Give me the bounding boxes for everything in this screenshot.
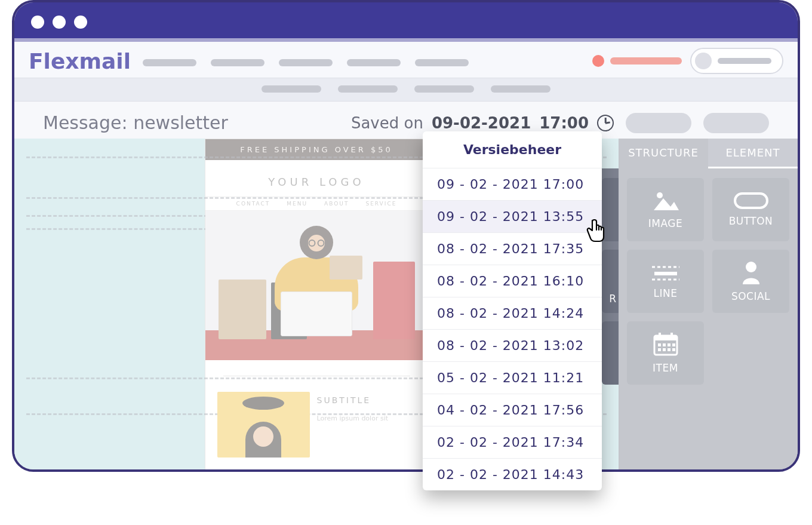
element-label: IMAGE (648, 217, 682, 229)
element-label: BUTTON (729, 215, 773, 227)
email-hero-image[interactable] (205, 211, 428, 360)
window-dot[interactable] (53, 16, 66, 29)
element-social[interactable]: SOCIAL (712, 250, 789, 313)
hero-shopping-bag-icon (219, 280, 266, 339)
svg-rect-14 (658, 348, 661, 351)
app-window: Flexmail Message: newsle (12, 0, 800, 472)
person-icon (740, 260, 762, 284)
panel-peek: R (602, 168, 619, 373)
svg-rect-1 (735, 194, 767, 208)
email-body-text[interactable]: Lorem ipsum dolor sit (317, 415, 389, 422)
email-content-row[interactable]: SUBTITLE Lorem ipsum dolor sit (205, 392, 428, 469)
email-menu-item[interactable]: MENU (287, 201, 307, 207)
app-bar: Flexmail (14, 42, 798, 78)
version-item[interactable]: 09 - 02 - 2021 17:00 (423, 168, 602, 200)
hero-shopping-bag-icon (373, 262, 415, 339)
version-history-dropdown: Versiebeheer 09 - 02 - 2021 17:0009 - 02… (423, 131, 602, 472)
saved-date: 09-02-2021 (432, 114, 531, 132)
sub-nav-item[interactable] (491, 85, 550, 93)
svg-rect-10 (658, 343, 661, 346)
alert-dot-icon (592, 55, 604, 67)
elements-grid: IMAGE BUTTON LINE SOCIAL (619, 168, 798, 394)
svg-rect-15 (663, 348, 666, 351)
saved-time: 17:00 (539, 114, 589, 132)
element-image[interactable]: IMAGE (627, 178, 704, 241)
version-item[interactable]: 08 - 02 - 2021 17:35 (423, 232, 602, 265)
button-icon (734, 192, 768, 209)
window-titlebar (14, 2, 798, 42)
svg-rect-8 (659, 333, 661, 337)
email-text-block[interactable]: SUBTITLE Lorem ipsum dolor sit (310, 392, 396, 458)
line-icon (651, 263, 681, 281)
alert-label (610, 57, 682, 65)
svg-rect-16 (668, 348, 670, 351)
version-item[interactable]: 08 - 02 - 2021 16:10 (423, 265, 602, 297)
element-item[interactable]: ITEM (627, 321, 704, 385)
svg-rect-9 (670, 333, 673, 337)
action-pill[interactable] (626, 113, 691, 133)
element-tile-partial[interactable] (602, 321, 619, 385)
nav-item[interactable] (279, 59, 333, 66)
calendar-icon (653, 332, 678, 356)
svg-rect-13 (672, 343, 675, 346)
svg-rect-3 (654, 272, 677, 275)
email-menu-item[interactable]: CONTACT (236, 201, 270, 207)
element-label: ITEM (653, 362, 678, 374)
svg-rect-17 (672, 348, 675, 351)
element-label: SOCIAL (731, 290, 770, 302)
sub-nav-item[interactable] (262, 85, 321, 93)
saved-indicator[interactable]: Saved on 09-02-2021 17:00 (351, 114, 614, 132)
version-item[interactable]: 05 - 02 - 2021 11:21 (423, 361, 602, 394)
svg-rect-7 (654, 336, 677, 340)
version-item[interactable]: 02 - 02 - 2021 17:34 (423, 426, 602, 458)
svg-rect-12 (668, 343, 670, 346)
pointer-cursor-icon (585, 219, 605, 242)
email-logo[interactable]: YOUR LOGO (205, 160, 428, 197)
element-tile-partial[interactable]: R (602, 250, 619, 313)
email-menu-item[interactable]: ABOUT (324, 201, 349, 207)
hero-glasses-icon (309, 240, 325, 247)
saved-prefix: Saved on (351, 114, 423, 132)
avatar-icon (695, 53, 712, 69)
alert-chip[interactable] (592, 55, 682, 67)
brand-logo: Flexmail (29, 49, 131, 73)
element-label-partial: R (609, 293, 616, 305)
element-button[interactable]: BUTTON (712, 178, 789, 241)
email-preview[interactable]: FREE SHIPPING OVER $50 YOUR LOGO CONTACT… (205, 139, 429, 469)
email-subtitle[interactable]: SUBTITLE (317, 395, 389, 405)
email-thumbnail[interactable] (217, 392, 310, 458)
sub-nav-item[interactable] (414, 85, 474, 93)
thumb-face (253, 426, 273, 447)
email-divider[interactable] (223, 376, 410, 376)
thumb-hat-icon (242, 397, 284, 410)
action-pill[interactable] (703, 113, 769, 133)
header-actions (592, 48, 783, 74)
history-clock-icon[interactable] (597, 115, 614, 131)
nav-item[interactable] (143, 59, 196, 66)
email-menu-item[interactable]: SERVICE (365, 201, 396, 207)
nav-item[interactable] (211, 59, 264, 66)
version-item[interactable]: 04 - 02 - 2021 17:56 (423, 394, 602, 426)
version-list: 09 - 02 - 2021 17:0009 - 02 - 2021 13:55… (423, 168, 602, 472)
version-item[interactable]: 02 - 02 - 2021 14:43 (423, 458, 602, 472)
version-item[interactable]: 08 - 02 - 2021 13:02 (423, 329, 602, 361)
svg-rect-11 (663, 343, 666, 346)
element-line[interactable]: LINE (627, 250, 704, 313)
version-history-title: Versiebeheer (423, 131, 602, 168)
svg-point-5 (746, 262, 756, 272)
secondary-nav (14, 78, 798, 102)
page-title-value: newsletter (133, 112, 228, 133)
hero-laptop-icon (281, 291, 352, 336)
primary-nav (143, 59, 580, 66)
elements-panel: STRUCTURE ELEMENT IMAGE BUTTON (619, 139, 798, 469)
window-dot[interactable] (31, 16, 44, 29)
page-title-prefix: Message: (43, 112, 128, 133)
nav-item[interactable] (347, 59, 401, 66)
user-menu[interactable] (690, 48, 783, 74)
window-dot[interactable] (74, 16, 87, 29)
version-item[interactable]: 08 - 02 - 2021 14:24 (423, 297, 602, 329)
version-item[interactable]: 09 - 02 - 2021 13:55 (423, 200, 602, 232)
image-icon (653, 190, 679, 211)
nav-item[interactable] (415, 59, 469, 66)
sub-nav-item[interactable] (338, 85, 398, 93)
